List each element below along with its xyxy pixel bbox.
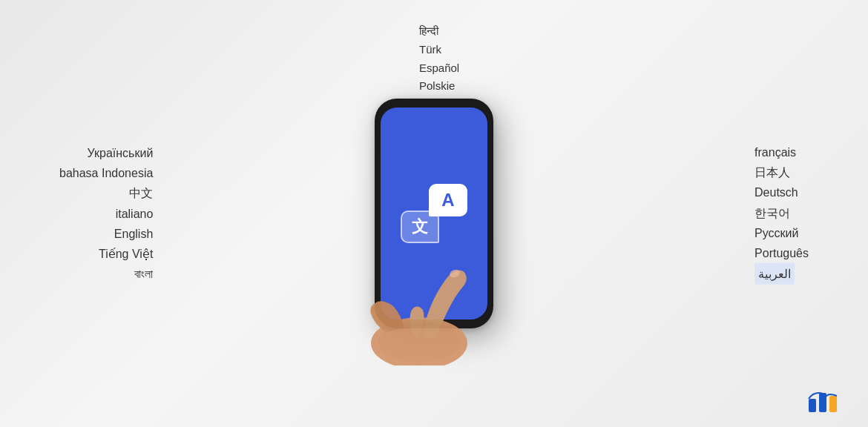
hand-svg bbox=[352, 217, 516, 365]
lang-arabic: العربية bbox=[754, 263, 809, 285]
left-languages: Український bahasa Indonesia 中文 italiano… bbox=[59, 143, 153, 284]
svg-rect-5 bbox=[829, 396, 837, 412]
svg-point-1 bbox=[378, 321, 460, 363]
lang-turk: Türk bbox=[419, 41, 459, 59]
right-languages: français 日本人 Deutsch 한국어 Русский Portugu… bbox=[754, 142, 809, 285]
lang-bahasa: bahasa Indonesia bbox=[59, 163, 153, 183]
lang-chinese: 中文 bbox=[59, 183, 153, 203]
logo bbox=[807, 387, 846, 412]
lang-german: Deutsch bbox=[754, 182, 809, 202]
lang-japanese: 日本人 bbox=[754, 162, 809, 182]
phone-container: A 文 bbox=[375, 99, 493, 328]
top-languages: हिन्दी Türk Español Polskie bbox=[419, 22, 459, 96]
lang-bengali: বাংলা bbox=[59, 264, 153, 284]
lang-hindi: हिन्दी bbox=[419, 22, 459, 41]
svg-rect-3 bbox=[809, 399, 816, 412]
lang-ukrainian: Український bbox=[59, 143, 153, 163]
lang-espanol: Español bbox=[419, 59, 459, 78]
lang-russian: Русский bbox=[754, 223, 809, 243]
lang-english: English bbox=[59, 224, 153, 244]
lang-polskie: Polskie bbox=[419, 77, 459, 96]
logo-svg bbox=[807, 387, 846, 412]
lang-french: français bbox=[754, 142, 809, 162]
hand bbox=[352, 217, 501, 351]
lang-italian: italiano bbox=[59, 203, 153, 223]
lang-korean: 한국어 bbox=[754, 202, 809, 222]
lang-portuguese: Português bbox=[754, 243, 809, 263]
lang-vietnamese: Tiếng Việt bbox=[59, 244, 153, 264]
